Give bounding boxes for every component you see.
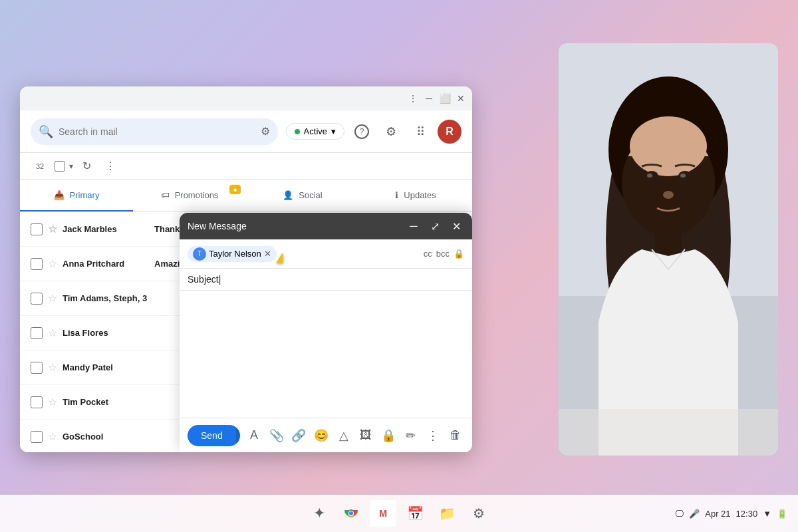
primary-tab-label: Primary	[70, 190, 100, 200]
email-sender: Jack Marbles	[63, 224, 149, 234]
date-display: Apr 21	[705, 509, 730, 519]
promotions-tab-icon: 🏷	[161, 190, 170, 200]
settings-taskbar-icon[interactable]: ⚙	[466, 500, 492, 527]
more-icon: ⋮	[427, 428, 439, 443]
compose-expand-button[interactable]: ⤢	[427, 218, 443, 234]
emoji-button[interactable]: 😊	[313, 425, 330, 446]
email-sender: Tim Pocket	[63, 397, 149, 407]
help-button[interactable]: ?	[350, 120, 374, 144]
star-icon[interactable]: ☆	[48, 327, 57, 339]
window-close-button[interactable]: ✕	[455, 92, 467, 104]
lock-button[interactable]: 🔒	[380, 425, 397, 446]
avatar-letter: R	[446, 126, 454, 138]
svg-point-8	[647, 174, 652, 178]
window-titlebar: ⋮ ─ ⬜ ✕	[20, 86, 472, 110]
gmail-taskbar-icon[interactable]: M	[370, 500, 396, 527]
active-status-badge[interactable]: Active ▾	[286, 123, 344, 140]
select-dropdown-arrow[interactable]: ▾	[69, 162, 73, 171]
gmail-toolbar: 32 ▾ ↻ ⋮	[20, 153, 472, 180]
updates-tab-icon: ℹ	[395, 190, 398, 200]
drive-button[interactable]: △	[335, 425, 352, 446]
taskbar-right-area: 🖵 🎤 Apr 21 12:30 ▼ 🔋	[675, 509, 787, 519]
window-maximize-button[interactable]: ⬜	[439, 92, 451, 104]
send-button[interactable]: Send	[188, 425, 236, 446]
header-icons: Active ▾ ? ⚙ ⠿ R	[286, 120, 462, 144]
attach-button[interactable]: 📎	[268, 425, 285, 446]
cc-bcc-area: cc bcc 🔒	[424, 249, 464, 259]
email-checkbox[interactable]	[31, 327, 43, 339]
more-options-button[interactable]: ⋮	[100, 156, 121, 177]
video-panel	[559, 43, 778, 456]
screen-icon: 🖵	[675, 509, 684, 519]
files-taskbar-icon[interactable]: 📁	[434, 500, 460, 527]
star-icon[interactable]: ☆	[48, 223, 57, 235]
format-icon: A	[250, 428, 258, 442]
link-icon: 🔗	[291, 428, 306, 443]
tab-primary[interactable]: 📥 Primary	[20, 180, 133, 211]
send-options-button[interactable]: ▾	[236, 425, 241, 446]
person-svg	[559, 43, 778, 456]
star-icon[interactable]: ☆	[48, 361, 57, 374]
wifi-icon: ▼	[763, 509, 771, 519]
remove-recipient-icon[interactable]: ✕	[264, 249, 271, 259]
photo-icon: 🖼	[360, 428, 372, 442]
email-checkbox[interactable]	[31, 362, 43, 374]
trash-icon: 🗑	[450, 428, 462, 442]
compose-subject[interactable]: Subject|	[180, 269, 472, 291]
avatar-button[interactable]: R	[438, 120, 462, 144]
tab-updates[interactable]: ℹ Updates	[359, 180, 472, 211]
lock-icon: 🔒	[454, 249, 464, 259]
recipient-chip[interactable]: T Taylor Nelson ✕	[188, 246, 277, 262]
compose-to-row: T Taylor Nelson ✕ cc bcc 🔒	[180, 239, 472, 269]
tab-social[interactable]: 👤 Social	[246, 180, 359, 211]
launcher-icon[interactable]: ✦	[306, 500, 332, 527]
star-icon[interactable]: ☆	[48, 396, 57, 408]
settings-icon: ⚙	[386, 124, 396, 139]
email-checkbox[interactable]	[31, 223, 43, 235]
bcc-label[interactable]: bcc	[436, 249, 450, 259]
svg-point-9	[680, 174, 686, 178]
photo-button[interactable]: 🖼	[358, 425, 375, 446]
promotions-badge: ●	[229, 185, 241, 194]
tab-promotions[interactable]: 🏷 Promotions ●	[133, 180, 246, 211]
compose-minimize-button[interactable]: ─	[406, 218, 422, 234]
format-button[interactable]: A	[245, 425, 263, 446]
compose-close-button[interactable]: ✕	[448, 218, 464, 234]
email-checkbox[interactable]	[31, 396, 43, 408]
subject-text: Subject|	[188, 274, 221, 285]
chrome-icon[interactable]	[338, 500, 364, 527]
apps-icon: ⠿	[416, 124, 425, 139]
refresh-button[interactable]: ↻	[76, 156, 97, 177]
pencil-button[interactable]: ✏	[402, 425, 420, 446]
svg-point-10	[663, 191, 674, 199]
calendar-taskbar-icon[interactable]: 📅	[402, 500, 428, 527]
active-label: Active	[304, 126, 327, 136]
settings-button[interactable]: ⚙	[379, 120, 403, 144]
select-all-checkbox[interactable]	[55, 161, 65, 172]
window-menu-button[interactable]: ⋮	[407, 92, 419, 104]
star-icon[interactable]: ☆	[48, 430, 57, 443]
filter-icon[interactable]: ⚙	[261, 125, 270, 138]
email-checkbox[interactable]	[31, 293, 43, 305]
link-button[interactable]: 🔗	[291, 425, 308, 446]
primary-tab-icon: 📥	[54, 190, 65, 200]
cc-label[interactable]: cc	[424, 249, 432, 259]
search-bar[interactable]: 🔍 ⚙	[31, 118, 278, 145]
star-icon[interactable]: ☆	[48, 257, 57, 270]
help-icon: ?	[354, 124, 369, 139]
more-compose-button[interactable]: ⋮	[425, 425, 442, 446]
mic-icon: 🎤	[689, 509, 700, 519]
promotions-tab-label: Promotions	[175, 190, 219, 200]
window-minimize-button[interactable]: ─	[423, 92, 435, 104]
email-checkbox[interactable]	[31, 258, 43, 270]
email-checkbox[interactable]	[31, 431, 43, 443]
apps-button[interactable]: ⠿	[408, 120, 432, 144]
gmail-tabs: 📥 Primary 🏷 Promotions ● 👤 Social ℹ Upda…	[20, 180, 472, 212]
active-chevron: ▾	[331, 126, 336, 136]
attach-icon: 📎	[269, 428, 284, 443]
compose-body[interactable]	[180, 291, 472, 418]
search-input[interactable]	[59, 126, 255, 137]
email-sender: Tim Adams, Steph, 3	[63, 293, 149, 303]
star-icon[interactable]: ☆	[48, 292, 57, 305]
trash-button[interactable]: 🗑	[447, 425, 464, 446]
